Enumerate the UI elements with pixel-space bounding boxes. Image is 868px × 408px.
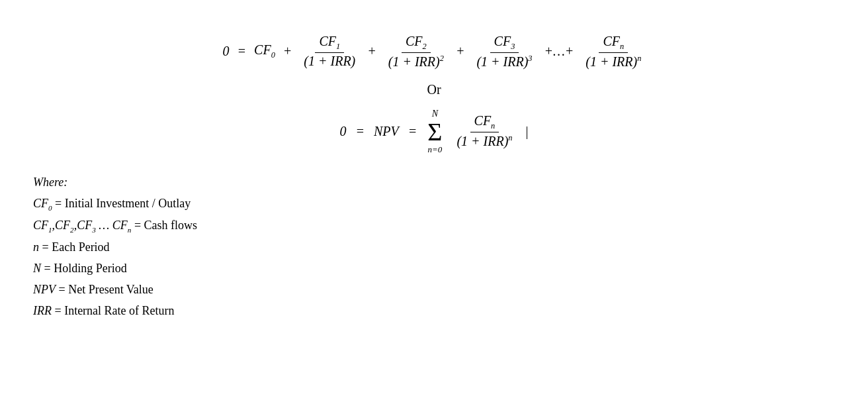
main-content: 0 = CF0 + CF1 (1 + IRR) + CF2 (1 + IRR)2 xyxy=(26,13,842,330)
formula1-plus2: + xyxy=(367,44,376,59)
pipe-symbol: | xyxy=(526,124,529,139)
formula2-npv: NPV xyxy=(374,124,399,139)
where-line3: n = Each Period xyxy=(33,238,842,256)
where-section: Where: CF0 = Initial Investment / Outlay… xyxy=(33,174,842,321)
where-line1: CF0 = Initial Investment / Outlay xyxy=(33,195,842,213)
formula1-equals: = xyxy=(238,44,247,59)
formula2-frac: CFn (1 + IRR)n xyxy=(453,113,516,150)
where-line6: IRR = Internal Rate of Return xyxy=(33,302,842,320)
formula1-frac1: CF1 (1 + IRR) xyxy=(300,33,359,70)
formula1-zero: 0 xyxy=(223,44,230,59)
formula1-frac2: CF2 (1 + IRR)2 xyxy=(384,33,448,70)
where-title: Where: xyxy=(33,174,842,191)
formula2-zero: 0 xyxy=(339,124,346,139)
where-line2: CF1,CF2,CF3 … CFn = Cash flows xyxy=(33,217,842,235)
where-line5: NPV = Net Present Value xyxy=(33,281,842,299)
formula2-section: 0 = NPV = N Σ n=0 CFn (1 + IRR)n | xyxy=(26,109,842,154)
or-divider: Or xyxy=(26,82,842,97)
summation-block: N Σ n=0 xyxy=(427,109,442,154)
formula1-plus1: + xyxy=(283,44,292,59)
formula2-equals1: = xyxy=(355,124,365,139)
formula2-row: 0 = NPV = N Σ n=0 CFn (1 + IRR)n | xyxy=(339,109,528,154)
where-line4: N = Holding Period xyxy=(33,260,842,278)
formula1-frac3: CF3 (1 + IRR)3 xyxy=(472,33,536,70)
formula1-plus3: + xyxy=(456,44,465,59)
formula1-row: 0 = CF0 + CF1 (1 + IRR) + CF2 (1 + IRR)2 xyxy=(223,33,646,70)
formula1-fracn: CFn (1 + IRR)n xyxy=(582,33,645,70)
formula1-ellipsis: +…+ xyxy=(544,44,574,59)
formula1-section: 0 = CF0 + CF1 (1 + IRR) + CF2 (1 + IRR)2 xyxy=(26,33,842,70)
formula1-cf0: CF0 xyxy=(254,42,275,60)
formula2-equals2: = xyxy=(408,124,417,139)
